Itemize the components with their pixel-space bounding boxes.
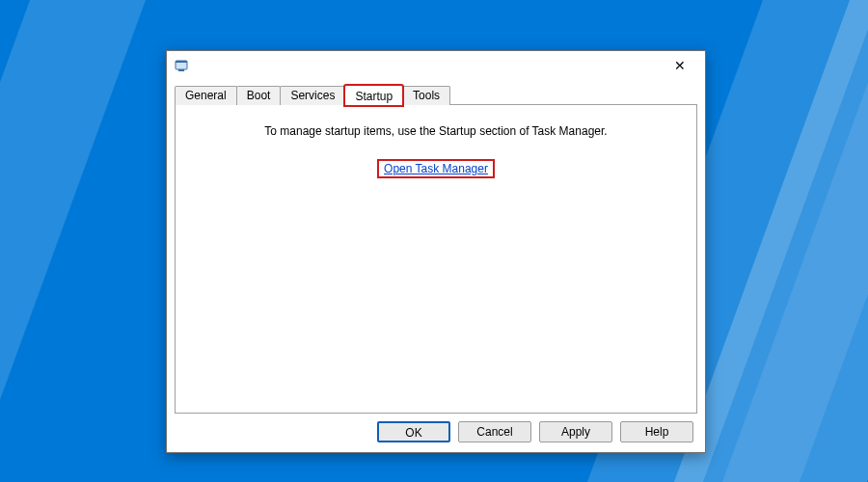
startup-message: To manage startup items, use the Startup… [176, 124, 696, 138]
msconfig-window: ✕ General Boot Services Startup Tools To… [166, 50, 706, 453]
apply-button[interactable]: Apply [539, 421, 612, 442]
title-bar[interactable]: ✕ [167, 51, 705, 80]
dialog-button-row: OK Cancel Apply Help [377, 421, 693, 442]
svg-rect-2 [178, 69, 184, 71]
ok-button[interactable]: OK [377, 421, 450, 442]
app-icon [175, 58, 190, 73]
open-task-manager-link[interactable]: Open Task Manager [382, 161, 490, 176]
tab-services[interactable]: Services [280, 86, 345, 105]
link-highlight-box: Open Task Manager [377, 159, 495, 178]
tab-startup[interactable]: Startup [344, 85, 403, 106]
close-button[interactable]: ✕ [661, 52, 699, 79]
cancel-button[interactable]: Cancel [458, 421, 531, 442]
tab-tools[interactable]: Tools [402, 86, 450, 105]
svg-rect-1 [176, 61, 187, 63]
tab-boot[interactable]: Boot [236, 86, 282, 105]
tab-strip: General Boot Services Startup Tools [175, 84, 697, 105]
help-button[interactable]: Help [620, 421, 693, 442]
close-icon: ✕ [674, 59, 686, 72]
desktop-background: ✕ General Boot Services Startup Tools To… [0, 0, 868, 482]
tab-general[interactable]: General [175, 86, 237, 105]
tab-panel-startup: To manage startup items, use the Startup… [175, 104, 697, 414]
dialog-client-area: General Boot Services Startup Tools To m… [175, 84, 697, 414]
